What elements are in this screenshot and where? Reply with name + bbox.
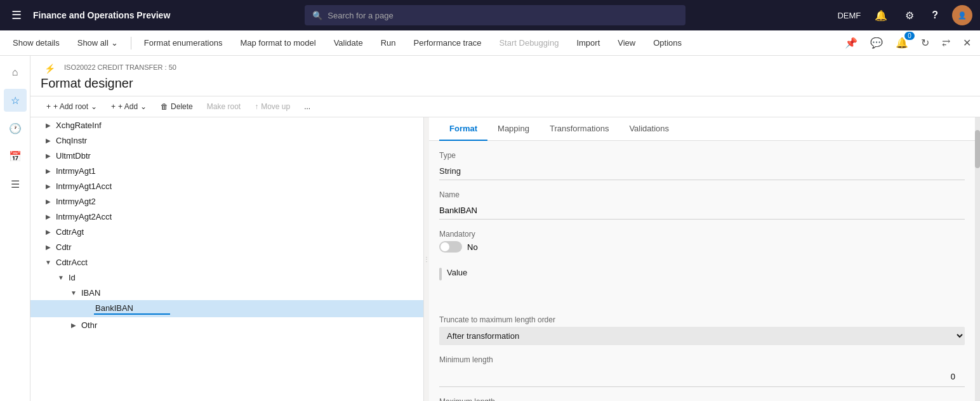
mandatory-toggle[interactable] [439,241,462,253]
top-nav-right: DEMF 🔔 ⚙ ? 👤 [837,5,972,25]
help-icon[interactable]: ? [928,7,942,23]
tree-item-bankiban[interactable]: ▶ [30,300,423,317]
tree-item-chqinstr[interactable]: ▶ ChqInstr [30,133,423,148]
tab-validations[interactable]: Validations [619,117,679,141]
view-button[interactable]: View [610,34,643,51]
tab-transformations[interactable]: Transformations [540,117,619,141]
make-root-button[interactable]: Make root [201,99,246,114]
refresh-icon[interactable]: ↻ [917,34,933,51]
type-value: String [439,162,965,180]
chat-icon[interactable]: 💬 [866,34,887,51]
close-icon[interactable]: ✕ [959,34,975,51]
sidebar-list-icon[interactable]: ☰ [4,173,27,195]
add-button[interactable]: + + Add ⌄ [105,99,152,114]
expand-ultmtdbtr-icon[interactable]: ▶ [43,150,53,161]
expand-icon[interactable]: ⥂ [938,34,954,51]
map-format-to-model-button[interactable]: Map format to model [232,34,323,51]
pin-icon[interactable]: 📌 [841,34,861,51]
tree-item-cdtragt[interactable]: ▶ CdtrAgt [30,224,423,239]
run-button[interactable]: Run [373,34,404,51]
search-input[interactable] [328,11,678,20]
more-button[interactable]: ... [298,99,316,114]
options-button[interactable]: Options [646,34,689,51]
properties-panel: Format Mapping Transformations Validatio… [429,117,975,401]
value-area [439,290,965,315]
expand-othr-icon[interactable]: ▶ [69,320,79,330]
toolbar-right: 📌 💬 🔔 0 ↻ ⥂ ✕ [841,34,975,51]
expand-id-icon[interactable]: ▼ [56,272,66,282]
gear-icon[interactable]: ⚙ [901,7,918,24]
expand-cdtragt-icon[interactable]: ▶ [43,227,53,237]
split-drag-handle[interactable]: ⋮ [424,117,429,401]
expand-iban-icon[interactable]: ▼ [69,287,79,298]
avatar[interactable]: 👤 [952,5,972,25]
delete-button[interactable]: 🗑 Delete [155,99,199,114]
mandatory-value: No [467,242,478,252]
page-title: Format designer [41,76,970,91]
chevron-down-icon: ⌄ [111,38,118,48]
sidebar-home-icon[interactable]: ⌂ [4,61,27,84]
tree-item-intrmyagt2acct[interactable]: ▶ IntrmyAgt2Acct [30,209,423,224]
performance-trace-button[interactable]: Performance trace [406,34,489,51]
min-length-input[interactable] [439,369,965,384]
right-scrollbar[interactable] [975,117,980,401]
expand-cdtr-icon[interactable]: ▶ [43,242,53,252]
tree-item-ultmtdbtr[interactable]: ▶ UltmtDbtr [30,148,423,163]
bankiban-label-input[interactable] [94,303,170,315]
validate-button[interactable]: Validate [326,34,371,51]
tree-item-intrmyagt1acct[interactable]: ▶ IntrmyAgt1Acct [30,178,423,194]
bell-icon[interactable]: 🔔 [871,7,891,24]
tree-item-cdtr[interactable]: ▶ Cdtr [30,239,423,254]
truncate-select[interactable]: After transformation [439,327,965,345]
expand-intrmyagt2acct-icon[interactable]: ▶ [43,211,53,221]
up-arrow-icon: ↑ [255,102,258,111]
move-up-button[interactable]: ↑ Move up [249,99,296,114]
sidebar-clock-icon[interactable]: 🕐 [4,117,27,140]
tree-item-id[interactable]: ▼ Id [30,270,423,285]
sidebar-calendar-icon[interactable]: 📅 [4,145,27,168]
tab-mapping[interactable]: Mapping [487,117,540,141]
main-layout: ⌂ ☆ 🕐 📅 ☰ ⚡ ISO20022 CREDIT TRANSFER : 5… [0,56,980,401]
start-debugging-button[interactable]: Start Debugging [491,34,566,51]
scrollbar-thumb[interactable] [975,130,980,168]
expand-cdtracct-icon[interactable]: ▼ [43,257,53,267]
add-chevron-icon: ⌄ [140,102,147,111]
value-section-divider: Value [439,263,965,285]
show-details-button[interactable]: Show details [5,34,67,51]
notification-btn[interactable]: 🔔 0 [892,34,912,51]
notification-badge: 0 [904,32,915,40]
tree-item-othr[interactable]: ▶ Othr [30,317,423,332]
format-enumerations-button[interactable]: Format enumerations [136,34,230,51]
tree-item-iban[interactable]: ▼ IBAN [30,285,423,300]
top-navbar: ☰ Finance and Operations Preview 🔍 DEMF … [0,0,980,30]
hamburger-menu-icon[interactable]: ☰ [8,6,25,25]
expand-intrmyagt1-icon[interactable]: ▶ [43,166,53,176]
content-area: ⚡ ISO20022 CREDIT TRANSFER : 50 Format d… [30,56,980,401]
properties-content: Type String Name Mandatory [429,141,975,401]
name-input[interactable] [439,206,965,215]
tree-item-intrmyagt2[interactable]: ▶ IntrmyAgt2 [30,194,423,209]
name-value[interactable] [439,202,965,220]
expand-intrmyagt1acct-icon[interactable]: ▶ [43,181,53,191]
max-length-label: Maximum length [439,397,965,401]
sidebar-star-icon[interactable]: ☆ [4,89,27,112]
import-button[interactable]: Import [569,34,607,51]
tree-item-xchgrateinf[interactable]: ▶ XchgRateInf [30,117,423,133]
filter-icon[interactable]: ⚡ [41,61,59,76]
sidebar-icons: ⌂ ☆ 🕐 📅 ☰ [0,56,30,401]
prop-truncate: Truncate to maximum length order After t… [439,315,965,345]
tab-format[interactable]: Format [439,117,487,141]
breadcrumb: ISO20022 CREDIT TRANSFER : 50 [64,63,176,71]
tree-item-intrmyagt1[interactable]: ▶ IntrmyAgt1 [30,163,423,178]
page-header: ⚡ ISO20022 CREDIT TRANSFER : 50 Format d… [30,56,980,96]
section-drag-handle[interactable] [439,268,442,280]
expand-chqinstr-icon[interactable]: ▶ [43,135,53,145]
search-icon: 🔍 [312,11,322,20]
add-root-button[interactable]: + + Add root ⌄ [41,99,103,114]
tree-item-cdtracct[interactable]: ▼ CdtrAcct [30,254,423,270]
show-all-button[interactable]: Show all ⌄ [70,34,126,51]
mandatory-toggle-row: No [439,241,965,253]
expand-xchgrateinf-icon[interactable]: ▶ [43,120,53,130]
expand-intrmyagt2-icon[interactable]: ▶ [43,196,53,206]
delete-icon: 🗑 [161,102,168,111]
